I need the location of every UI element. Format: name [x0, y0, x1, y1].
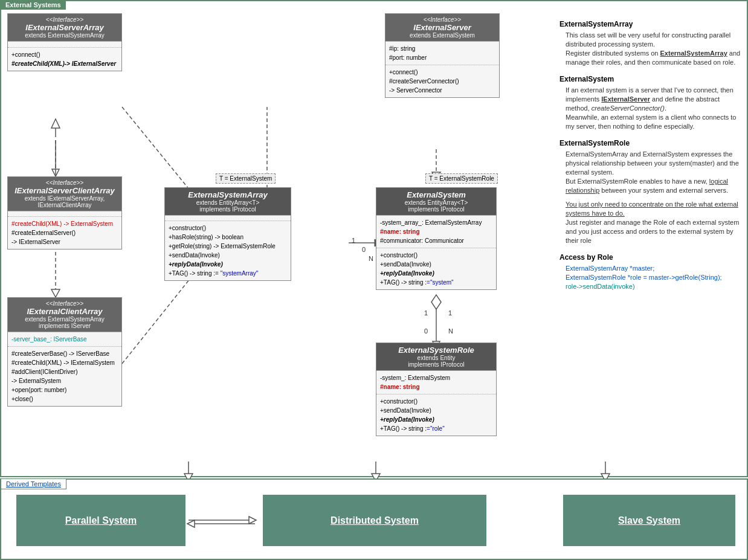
desc-title-esr: ExternalSystemRole — [559, 138, 741, 148]
method-es-4: +TAG() -> string :="system" — [380, 278, 492, 287]
method-esr-2: +sendData(Invoke) — [380, 406, 492, 415]
method-ieca-3: #addClient(IClientDriver) — [11, 367, 118, 376]
attr-es-2: #name: string — [380, 227, 492, 236]
uml-iexternalserverarray: <<Interface>> IExternalServerArray exten… — [7, 13, 122, 71]
mult-1: 1 — [352, 237, 355, 244]
desc-text-esr-3: You just only need to concentrate on the… — [566, 200, 741, 218]
method-ieca-6: +close() — [11, 394, 118, 404]
stereotype-ieca: <<Interface>> — [11, 300, 118, 307]
method-ieca-4: -> ExternalSystem — [11, 376, 118, 385]
svg-marker-2 — [52, 169, 59, 176]
parallel-system-box[interactable]: Parallel System — [16, 495, 185, 546]
slave-system-box[interactable]: Slave System — [563, 495, 735, 546]
method-esa-4: +sendData(Invoke) — [169, 251, 287, 260]
method-ieca-2: #createChild(XML) -> IExternalSystem — [11, 358, 118, 367]
classname-iesa: IExternalServerArray — [11, 23, 118, 32]
desc-text-esr-1: ExternalSystemArray and ExternalSystem e… — [566, 150, 741, 177]
desc-title-es: ExternalSystem — [559, 74, 741, 84]
classname-esa: ExternalSystemArray — [169, 190, 287, 199]
desc-text-es-2: Meanwhile, an external system is a clien… — [566, 113, 741, 131]
method-iesca-1: #createChild(XML) -> ExternalSystem — [11, 219, 118, 228]
svg-marker-27 — [187, 520, 195, 527]
mult-0: 0 — [362, 246, 366, 253]
desc-title-abr: Access by Role — [559, 253, 741, 262]
slave-system-label: Slave System — [618, 515, 680, 526]
extends-iesa: extends ExternalSystemArray — [11, 32, 118, 39]
mult-1c: 1 — [448, 309, 452, 317]
stereotype-ies: <<Interface>> — [389, 16, 495, 23]
distributed-system-box[interactable]: Distributed System — [263, 495, 486, 546]
mult-0b: 0 — [424, 327, 428, 335]
main-container: External Systems — [0, 0, 748, 560]
method-esr-4: +TAG() -> string :="role" — [380, 424, 492, 433]
method-iesa-2: #createChild(XML)-> IExternalServer — [11, 59, 118, 68]
classname-esr: ExternalSystemRole — [380, 346, 492, 355]
method-esa-5: +replyData(Invoke) — [169, 260, 287, 269]
svg-marker-23 — [601, 474, 610, 478]
extends-ies: extends ExternalSystem — [389, 32, 495, 39]
desc-title-esa: ExternalSystemArray — [559, 19, 741, 29]
impl-esa: implements IProtocol — [169, 206, 287, 213]
method-esa-3: +getRole(string) -> ExternalSystemRole — [169, 242, 287, 251]
impl-esr: implements IProtocol — [380, 361, 492, 368]
method-esa-6: +TAG() -> string := "systemArray" — [169, 269, 287, 278]
mult-1b: 1 — [424, 309, 428, 317]
method-iesa-1: +connect() — [11, 50, 118, 59]
svg-marker-21 — [372, 474, 380, 478]
attr-ies-1: #ip: string — [389, 44, 495, 53]
method-ieca-1: #createServerBase() -> IServerBase — [11, 349, 118, 358]
external-systems-panel: External Systems — [0, 0, 748, 477]
method-esr-1: +constructor() — [380, 397, 492, 406]
method-ies-1: +connect() — [389, 68, 495, 77]
extends-esr: extends Entity — [380, 355, 492, 361]
svg-marker-19 — [184, 474, 193, 478]
extends-iesca-1: extends IExternalServerArray, — [11, 195, 118, 202]
derived-templates-tab: Derived Templates — [1, 478, 66, 489]
uml-iexternalclientarray: <<Interface>> IExternalClientArray exten… — [7, 297, 122, 407]
attr-ieca-1: -server_base_: IServerBase — [11, 335, 118, 344]
classname-iesca: IExternalServerClientArray — [11, 186, 118, 195]
mult-N: N — [369, 255, 373, 262]
svg-marker-8 — [51, 289, 60, 297]
svg-line-3 — [122, 273, 195, 364]
desc-text-esr-2: But ExternalSystemRole enables to have a… — [566, 177, 741, 195]
template-esa: T = ExternalSystem — [216, 173, 276, 184]
desc-text-esa-1: This class set will be very useful for c… — [566, 31, 741, 49]
attr-es-3: #communicator: Communicator — [380, 236, 492, 245]
method-iesca-2: #createExternalServer() — [11, 228, 118, 237]
method-es-3: +replyData(Invoke) — [380, 269, 492, 278]
method-ies-2: #createServerConnector() — [389, 77, 495, 86]
method-esa-2: +hasRole(string) -> boolean — [169, 233, 287, 242]
derived-templates-panel: Derived Templates Parallel System Distri… — [0, 478, 748, 560]
method-esa-1: +constructor() — [169, 224, 287, 233]
extends-iesca-2: IExternalClientArray — [11, 202, 118, 208]
svg-line-0 — [122, 107, 189, 188]
desc-text-esa-2: Register distributed systems on External… — [566, 49, 741, 67]
extends-es: extends EntityArray<T> — [380, 199, 492, 206]
impl-es: implements IProtocol — [380, 206, 492, 213]
template-es: T = ExternalSystemRole — [425, 173, 498, 184]
distributed-system-label: Distributed System — [330, 515, 419, 526]
method-ies-3: -> ServerConnector — [389, 86, 495, 95]
method-esr-3: +replyData(Invoke) — [380, 415, 492, 424]
uml-externalsystem: ExternalSystem extends EntityArray<T> im… — [376, 187, 497, 290]
stereotype-iesca: <<Interface>> — [11, 179, 118, 186]
parallel-system-label: Parallel System — [65, 515, 137, 526]
desc-code-3: role->sendData(invoke) — [566, 282, 741, 291]
classname-ieca: IExternalClientArray — [11, 307, 118, 316]
external-systems-tab: External Systems — [1, 0, 66, 10]
method-es-2: +sendData(Invoke) — [380, 260, 492, 269]
mult-Nb: N — [448, 327, 453, 335]
extends-ieca-1: extends ExternalSystemArray — [11, 316, 118, 323]
desc-code-2: ExternalSystemRole *role = master->getRo… — [566, 273, 741, 282]
svg-marker-25 — [249, 517, 256, 524]
method-iesca-3: -> IExternalServer — [11, 237, 118, 246]
classname-ies: IExternalServer — [389, 23, 495, 32]
uml-externalsystemrole: ExternalSystemRole extends Entity implem… — [376, 343, 497, 436]
attr-esr-2: #name: string — [380, 382, 492, 391]
desc-text-esr-4: Just register and manage the Role of eac… — [566, 218, 741, 245]
description-panel: ExternalSystemArray This class set will … — [559, 13, 741, 291]
desc-text-es-1: If an external system is a server that I… — [566, 86, 741, 113]
attr-es-1: -system_array_: ExternalSystemArray — [380, 218, 492, 227]
attr-esr-1: -system_: ExternalSystem — [380, 373, 492, 382]
